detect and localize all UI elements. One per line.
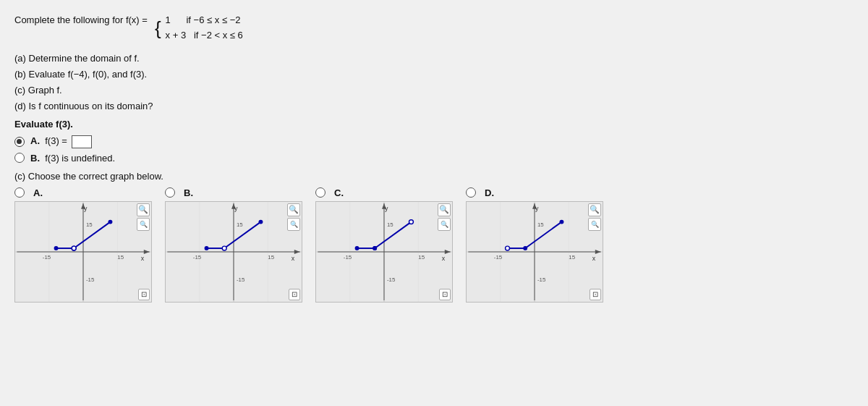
svg-text:y: y	[84, 205, 88, 212]
svg-text:-15: -15	[344, 254, 352, 261]
graph-c-bottom-icons: ⊡	[439, 289, 451, 300]
svg-point-79	[560, 220, 564, 224]
svg-text:y: y	[234, 205, 238, 212]
graph-b-label-row[interactable]: B.	[165, 187, 193, 198]
part-c: (c) Graph f.	[14, 83, 854, 98]
svg-marker-48	[445, 250, 451, 254]
svg-point-59	[373, 246, 377, 250]
svg-point-39	[222, 246, 226, 250]
choose-graph-label: (c) Choose the correct graph below.	[14, 171, 854, 182]
graph-a-bottom-icons: ⊡	[138, 289, 150, 300]
case2-value: x + 3	[166, 30, 187, 41]
zoom-in-icon-d[interactable]: 🔍	[588, 203, 601, 216]
answer-input-box[interactable]	[72, 135, 92, 148]
graphs-row: A. y	[14, 187, 854, 303]
option-b-label: B. f(3) is undefined.	[30, 153, 115, 164]
svg-text:-15: -15	[237, 276, 245, 283]
graph-option-d: D. y x 15 -15 15 -15	[466, 187, 603, 303]
svg-text:15: 15	[237, 221, 243, 228]
svg-text:15: 15	[86, 221, 93, 228]
svg-text:-15: -15	[43, 254, 51, 261]
graph-option-b: B. y x 15 -15 15 -15	[165, 187, 302, 303]
zoom-out-icon-a[interactable]: 🔍	[137, 218, 150, 231]
svg-marker-8	[144, 250, 150, 254]
graph-option-c: C. y x 15 -15 15 -15	[315, 187, 453, 303]
graph-c-svg: y x 15 -15 15 -15	[316, 202, 452, 302]
part-a: (a) Determine the domain of f.	[14, 51, 854, 67]
case1: 1 if −6 ≤ x ≤ −2	[166, 13, 243, 28]
radio-option-b[interactable]: B. f(3) is undefined.	[14, 153, 854, 164]
case2: x + 3 if −2 < x ≤ 6	[166, 28, 243, 43]
svg-text:15: 15	[569, 254, 575, 261]
svg-marker-28	[294, 250, 300, 254]
graph-c-label: C.	[334, 187, 344, 198]
case1-value: 1	[166, 14, 171, 25]
svg-text:-15: -15	[86, 276, 95, 283]
graph-c-label-row[interactable]: C.	[315, 187, 344, 198]
expand-icon-d[interactable]: ⊡	[590, 289, 601, 300]
svg-point-40	[259, 220, 263, 224]
brace-symbol: {	[155, 19, 161, 38]
svg-text:15: 15	[268, 254, 274, 261]
graph-b-container: y x 15 -15 15 -15 🔍 🔍	[165, 201, 302, 303]
main-panel: Complete the following for f(x) = { 1 if…	[0, 0, 868, 406]
graph-option-a: A. y	[14, 187, 152, 303]
zoom-out-icon-c[interactable]: 🔍	[438, 218, 451, 231]
svg-point-76	[506, 246, 510, 250]
radio-circle-graph-b[interactable]	[165, 187, 175, 198]
svg-point-16	[54, 246, 59, 250]
svg-point-56	[355, 246, 359, 250]
graph-b-label: B.	[184, 187, 193, 198]
svg-text:-15: -15	[387, 276, 396, 283]
zoom-in-icon-a[interactable]: 🔍	[137, 203, 150, 216]
zoom-out-icon-d[interactable]: 🔍	[588, 218, 601, 231]
svg-text:x: x	[141, 255, 145, 262]
graph-d-label: D.	[485, 187, 494, 198]
svg-text:15: 15	[418, 254, 425, 261]
graph-a-label: A.	[33, 187, 43, 198]
svg-text:x: x	[442, 255, 446, 262]
problem-statement: Complete the following for f(x) = { 1 if…	[14, 13, 854, 43]
radio-circle-a[interactable]	[14, 137, 25, 147]
piecewise-cases: 1 if −6 ≤ x ≤ −2 x + 3 if −2 < x ≤ 6	[166, 13, 243, 43]
radio-circle-graph-a[interactable]	[14, 187, 25, 198]
svg-point-20	[72, 246, 76, 250]
graph-d-bottom-icons: ⊡	[590, 289, 601, 300]
graph-b-svg: y x 15 -15 15 -15	[166, 202, 302, 302]
svg-text:15: 15	[117, 254, 124, 261]
radio-option-a[interactable]: A. f(3) =	[14, 135, 854, 148]
expand-icon-b[interactable]: ⊡	[289, 289, 300, 300]
piecewise-function: { 1 if −6 ≤ x ≤ −2 x + 3 if −2 < x ≤ 6	[155, 13, 243, 43]
graph-a-label-row[interactable]: A.	[14, 187, 43, 198]
expand-icon-a[interactable]: ⊡	[138, 289, 150, 300]
expand-icon-c[interactable]: ⊡	[439, 289, 451, 300]
svg-text:-15: -15	[193, 254, 202, 261]
zoom-in-icon-c[interactable]: 🔍	[438, 203, 451, 216]
graph-b-zoom-icons: 🔍 🔍	[287, 203, 300, 231]
radio-circle-graph-c[interactable]	[315, 187, 326, 198]
graph-b-bottom-icons: ⊡	[289, 289, 300, 300]
zoom-out-icon-b[interactable]: 🔍	[287, 218, 300, 231]
graph-d-svg: y x 15 -15 15 -15	[467, 202, 603, 302]
graph-a-svg: y x 15 -15 15 -15	[15, 202, 151, 302]
svg-point-36	[205, 246, 209, 250]
graph-d-zoom-icons: 🔍 🔍	[588, 203, 601, 231]
case1-condition: if −6 ≤ x ≤ −2	[186, 14, 240, 25]
option-a-label: A. f(3) =	[30, 135, 92, 148]
svg-point-78	[523, 246, 527, 250]
svg-text:x: x	[592, 255, 596, 262]
parts-list: (a) Determine the domain of f. (b) Evalu…	[14, 51, 854, 114]
radio-circle-b[interactable]	[14, 153, 25, 163]
graph-c-container: y x 15 -15 15 -15 🔍 🔍	[315, 201, 453, 303]
svg-point-60	[409, 220, 414, 224]
svg-point-19	[109, 220, 113, 224]
svg-text:-15: -15	[537, 276, 546, 283]
part-d: (d) Is f continuous on its domain?	[14, 98, 854, 114]
svg-text:15: 15	[387, 221, 393, 228]
graph-a-zoom-icons: 🔍 🔍	[137, 203, 150, 231]
radio-circle-graph-d[interactable]	[466, 187, 476, 198]
graph-d-label-row[interactable]: D.	[466, 187, 494, 198]
zoom-in-icon-b[interactable]: 🔍	[287, 203, 300, 216]
part-b: (b) Evaluate f(−4), f(0), and f(3).	[14, 67, 854, 83]
graph-a-container: y x 15 -15 15 -15	[14, 201, 152, 303]
